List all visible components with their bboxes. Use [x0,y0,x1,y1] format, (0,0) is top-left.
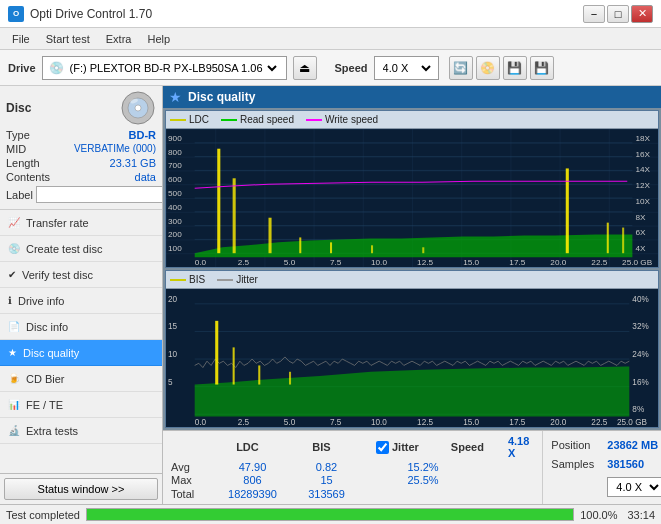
scan-button[interactable]: 📀 [476,56,500,80]
disc-mid-row: MID VERBATIMe (000) [6,142,156,156]
disc-type-label: Type [6,129,30,141]
svg-text:10.0: 10.0 [371,258,387,267]
svg-rect-68 [258,365,260,384]
title-text: Opti Drive Control 1.70 [30,7,152,21]
svg-text:17.5: 17.5 [509,258,525,267]
avg-bis-value: 0.82 [304,461,349,473]
nav-item-verify-test-disc[interactable]: ✔ Verify test disc [0,262,162,288]
create-test-disc-icon: 💿 [8,243,20,254]
svg-rect-48 [422,247,424,253]
elapsed-time: 33:14 [627,509,655,521]
svg-text:5: 5 [168,376,173,386]
svg-text:8%: 8% [632,404,644,414]
svg-point-2 [135,105,141,111]
jitter-col-header: Jitter [392,441,419,453]
save-button[interactable]: 💾 [530,56,554,80]
speed-col-header: Speed [451,441,484,453]
ldc-col-header: LDC [220,441,275,453]
svg-text:100: 100 [168,244,182,253]
svg-text:15.0: 15.0 [463,417,479,427]
write-speed-legend-label: Write speed [325,114,378,125]
progress-percent-text: 100.0% [580,509,617,521]
svg-text:200: 200 [168,231,182,240]
svg-rect-44 [269,218,272,253]
svg-text:0.0: 0.0 [195,258,207,267]
nav-item-create-test-disc[interactable]: 💿 Create test disc [0,236,162,262]
svg-text:22.5: 22.5 [591,417,607,427]
verify-test-disc-label: Verify test disc [22,269,93,281]
speed-select[interactable]: 4.0 X [379,61,434,75]
nav-item-transfer-rate[interactable]: 📈 Transfer rate [0,210,162,236]
disc-contents-row: Contents data [6,170,156,184]
nav-item-extra-tests[interactable]: 🔬 Extra tests [0,418,162,444]
verify-test-disc-icon: ✔ [8,269,16,280]
status-window-button[interactable]: Status window >> [4,478,158,500]
disc-info-label: Disc info [26,321,68,333]
position-value: 23862 MB [607,439,658,451]
disc-label-row: Label ✏ [6,184,156,205]
jitter-checkbox[interactable] [376,441,389,454]
svg-text:8X: 8X [635,213,646,222]
maximize-button[interactable]: □ [607,5,629,23]
menu-extra[interactable]: Extra [98,31,140,47]
disc-icon [120,90,156,126]
fe-te-label: FE / TE [26,399,63,411]
samples-value: 381560 [607,458,644,470]
close-button[interactable]: ✕ [631,5,653,23]
minimize-button[interactable]: − [583,5,605,23]
nav-item-cd-bier[interactable]: 🍺 CD Bier [0,366,162,392]
eject-button[interactable]: ⏏ [293,56,317,80]
cd-bier-label: CD Bier [26,373,65,385]
svg-text:25.0 GB: 25.0 GB [617,417,647,427]
progress-bar-fill [87,509,573,520]
cd-bier-icon: 🍺 [8,373,20,384]
read-speed-legend-color [221,119,237,121]
svg-text:14X: 14X [635,166,650,175]
disc-length-label: Length [6,157,40,169]
read-speed-legend-label: Read speed [240,114,294,125]
extra-tests-label: Extra tests [26,425,78,437]
disc-label-input[interactable] [36,186,163,203]
position-label: Position [551,439,603,451]
svg-text:400: 400 [168,203,182,212]
menu-help[interactable]: Help [139,31,178,47]
nav-item-drive-info[interactable]: ℹ Drive info [0,288,162,314]
disc-length-row: Length 23.31 GB [6,156,156,170]
menu-starttest[interactable]: Start test [38,31,98,47]
nav-item-disc-info[interactable]: 📄 Disc info [0,314,162,340]
write-speed-legend-color [306,119,322,121]
total-bis-value: 313569 [304,488,349,500]
total-ldc-value: 18289390 [225,488,280,500]
disc-type-row: Type BD-R [6,128,156,142]
max-ldc-value: 806 [225,474,280,486]
bis-legend-label: BIS [189,274,205,285]
disc-info-icon: 📄 [8,321,20,332]
speed-label: Speed [335,62,368,74]
svg-rect-66 [215,321,218,385]
fe-te-icon: 📊 [8,399,20,410]
transfer-rate-label: Transfer rate [26,217,89,229]
svg-text:700: 700 [168,162,182,171]
speed-setting-select[interactable]: 4.0 X [608,480,661,494]
svg-text:5.0: 5.0 [284,417,296,427]
svg-text:800: 800 [168,148,182,157]
svg-text:15.0: 15.0 [463,258,479,267]
burn-button[interactable]: 💾 [503,56,527,80]
svg-text:32%: 32% [632,321,649,331]
svg-text:24%: 24% [632,349,649,359]
svg-text:10: 10 [168,349,177,359]
disc-label-key: Label [6,189,33,201]
max-jitter-value: 25.5% [403,474,443,486]
menu-file[interactable]: File [4,31,38,47]
nav-item-fe-te[interactable]: 📊 FE / TE [0,392,162,418]
refresh-button[interactable]: 🔄 [449,56,473,80]
svg-text:10X: 10X [635,197,650,206]
samples-label: Samples [551,458,603,470]
drive-select[interactable]: (F:) PLEXTOR BD-R PX-LB950SA 1.06 [66,61,280,75]
nav-item-disc-quality[interactable]: ★ Disc quality [0,340,162,366]
svg-text:20.0: 20.0 [550,417,566,427]
create-test-disc-label: Create test disc [26,243,102,255]
disc-quality-label: Disc quality [23,347,79,359]
svg-text:16X: 16X [635,150,650,159]
svg-text:20: 20 [168,294,177,304]
